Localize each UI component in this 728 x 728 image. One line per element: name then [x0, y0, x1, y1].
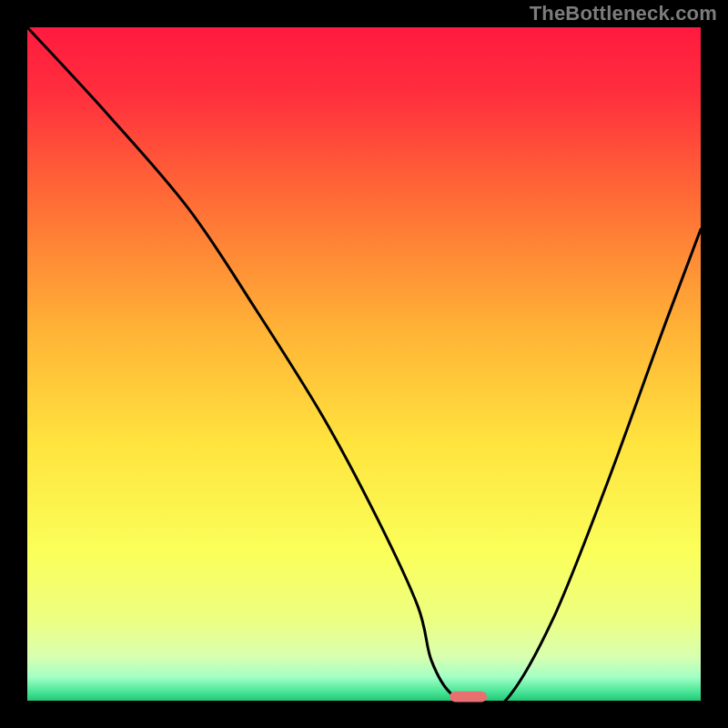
plot-background: [27, 27, 701, 701]
chart-stage: TheBottleneck.com: [0, 0, 728, 728]
watermark-text: TheBottleneck.com: [530, 2, 717, 25]
optimal-marker: [450, 692, 487, 703]
chart-svg: [0, 0, 728, 728]
